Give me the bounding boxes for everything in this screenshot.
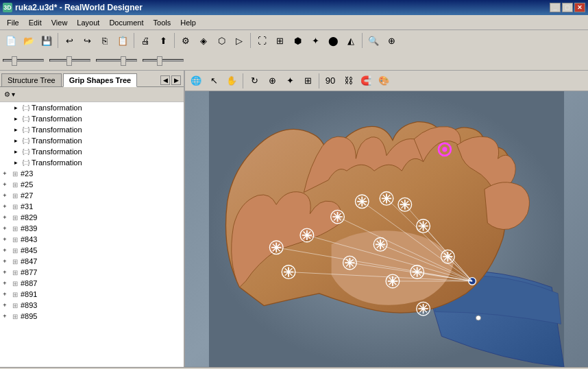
slider-1[interactable] [3,59,44,62]
tree-item-n31[interactable]: + ⊞ #31 [0,201,184,212]
expand-icon-t3[interactable]: ▸ [11,125,21,134]
tree-item-n27[interactable]: + ⊞ #27 [0,190,184,201]
expand-icon-n847[interactable]: + [0,257,10,266]
grip-point-13[interactable] [282,265,295,279]
grip-point-12[interactable] [269,241,283,254]
window-controls[interactable]: _ □ ✕ [550,3,585,12]
scene-area[interactable] [185,91,588,367]
menu-file[interactable]: File [3,17,23,28]
expand-icon-n891[interactable]: + [0,289,10,299]
tree-item-n895[interactable]: + ⊞ #895 [0,311,184,322]
vp-paint-btn[interactable]: 🎨 [376,73,392,88]
vp-zoom-btn[interactable]: ⊕ [264,73,280,88]
expand-icon-n887[interactable]: + [0,278,10,288]
grip-point-14[interactable] [417,302,430,316]
tab-prev-button[interactable]: ◀ [160,75,170,85]
tool-l[interactable]: ⊕ [383,33,400,48]
vp-zoom2-btn[interactable]: ⊞ [299,73,316,88]
grip-point-9[interactable] [386,274,400,288]
vp-magnet-btn[interactable]: 🧲 [358,73,374,88]
slider-2[interactable] [49,59,90,62]
expand-icon-n893[interactable]: + [0,300,10,310]
tool-a[interactable]: ⚙ [177,33,194,48]
vp-chain-btn[interactable]: ⛓ [340,73,356,88]
export-button[interactable]: ⬆ [155,33,171,48]
menu-help[interactable]: Help [176,17,200,28]
tool-d[interactable]: ▷ [231,33,247,48]
expand-icon-t4[interactable]: ▸ [11,136,21,145]
tree-item-t4[interactable]: ▸ {::} Transformation [0,135,184,146]
expand-icon-n829[interactable]: + [0,213,10,222]
grip-point-11[interactable] [441,250,455,263]
expand-icon-t5[interactable]: ▸ [11,147,21,156]
tool-f[interactable]: ⊞ [271,33,288,48]
grip-point-4[interactable] [380,192,393,206]
copy-button[interactable]: ⎘ [97,33,113,48]
tool-j[interactable]: ◭ [343,33,359,48]
tab-next-button[interactable]: ▶ [171,75,181,85]
tree-item-n829[interactable]: + ⊞ #829 [0,212,184,223]
tree-item-n847[interactable]: + ⊞ #847 [0,256,184,267]
slider-2-thumb[interactable] [66,56,72,66]
save-button[interactable]: 💾 [38,33,55,48]
expand-icon-t1[interactable]: ▸ [11,103,21,112]
viewport[interactable]: 🌐 ↖ ✋ ↻ ⊕ ✦ ⊞ 90 ⛓ 🧲 🎨 [185,71,588,367]
tree-item-n891[interactable]: + ⊞ #891 [0,289,184,300]
expand-icon-n845[interactable]: + [0,246,10,255]
new-button[interactable]: 📄 [3,33,19,48]
tree-item-t1[interactable]: ▸ {::} Transformation [0,102,184,113]
tree-item-n893[interactable]: + ⊞ #893 [0,300,184,311]
tree-dropdown-button[interactable]: ⚙ ▾ [3,88,16,101]
tool-c[interactable]: ⬡ [213,33,230,48]
expand-icon-n843[interactable]: + [0,235,10,244]
expand-icon-t6[interactable]: ▸ [11,158,21,167]
tree-item-n23[interactable]: + ⊞ #23 [0,168,184,179]
tab-grip-shapes-tree[interactable]: Grip Shapes Tree [63,73,137,87]
close-button[interactable]: ✕ [574,3,585,12]
tool-g[interactable]: ⬢ [289,33,306,48]
expand-icon-t2[interactable]: ▸ [11,114,21,123]
minimize-button[interactable]: _ [550,3,561,12]
maximize-button[interactable]: □ [562,3,573,12]
tool-e[interactable]: ⛶ [254,33,270,48]
menu-tools[interactable]: Tools [149,17,175,28]
vp-pan-btn[interactable]: ✦ [282,73,298,88]
vp-globe-btn[interactable]: 🌐 [188,73,204,88]
slider-4[interactable] [143,59,184,62]
menu-layout[interactable]: Layout [73,17,103,28]
tool-h[interactable]: ✦ [307,33,323,48]
expand-icon-n877[interactable]: + [0,267,10,277]
grip-point-8[interactable] [343,256,357,270]
grip-point-2[interactable] [331,210,345,224]
vp-rotate-btn[interactable]: ↻ [246,73,262,88]
slider-1-thumb[interactable] [12,56,17,66]
expand-icon-n27[interactable]: + [0,191,10,200]
menu-document[interactable]: Document [105,17,147,28]
tool-i[interactable]: ⬤ [325,33,341,48]
vp-angle90-btn[interactable]: 90 [322,73,339,88]
slider-3-thumb[interactable] [121,56,126,66]
grip-point-1[interactable] [300,228,314,242]
tree-item-n25[interactable]: + ⊞ #25 [0,179,184,190]
tree-item-n839[interactable]: + ⊞ #839 [0,223,184,234]
menu-edit[interactable]: Edit [25,17,46,28]
undo-button[interactable]: ↩ [61,33,77,48]
open-button[interactable]: 📂 [21,33,37,48]
print-button[interactable]: 🖨 [137,33,154,48]
tool-b[interactable]: ◈ [195,33,212,48]
tree-item-n843[interactable]: + ⊞ #843 [0,234,184,245]
expand-icon-n23[interactable]: + [0,169,10,178]
paste-button[interactable]: 📋 [114,33,131,48]
tool-k[interactable]: 🔍 [365,33,382,48]
grip-point-6[interactable] [417,219,430,233]
grip-point-10[interactable] [411,265,424,279]
expand-icon-n31[interactable]: + [0,202,10,211]
tree-item-t5[interactable]: ▸ {::} Transformation [0,146,184,157]
expand-icon-n25[interactable]: + [0,180,10,189]
vp-hand-btn[interactable]: ✋ [223,73,240,88]
tree-item-n887[interactable]: + ⊞ #887 [0,278,184,289]
grip-point-7[interactable] [373,238,387,252]
expand-icon-n895[interactable]: + [0,311,10,321]
slider-3[interactable] [96,59,137,62]
slider-4-thumb[interactable] [157,56,162,66]
